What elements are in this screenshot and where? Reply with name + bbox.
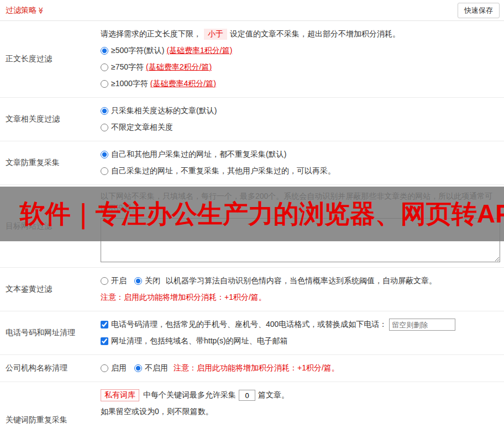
row-relevance-filter: 文章相关度过滤 只采集相关度达标的文章(默认) 不限定文章相关度 [0,98,504,141]
length-option-750-note: (基础费率2积分/篇) [146,62,212,72]
porn-option-off[interactable]: 关闭 [134,276,160,286]
relevance-filter-label: 文章相关度过滤 [0,98,101,141]
dedup-option-global-text: 自己和其他用户采集过的网址，都不重复采集(默认) [111,150,286,160]
phone-clean-checkbox[interactable] [101,321,108,328]
porn-filter-desc: 以机器学习算法自动识别色情内容，当色情概率达到系统阈值，自动屏蔽文章。 [166,276,437,286]
row-company-clean: 公司机构名称清理 启用 不启用 注意：启用此功能将增加积分消耗：+1积分/篇。 [0,355,504,382]
porn-filter-note: 注意：启用此功能将增加积分消耗：+1积分/篇。 [101,289,500,306]
keyword-dedup-label: 关键词防重复采集 [0,382,101,424]
less-than-badge: 小于 [204,29,227,40]
top-bar: 过滤策略≫ 快速保存 [0,0,504,21]
company-option-on[interactable]: 启用 [101,363,127,373]
porn-option-on-radio[interactable] [101,277,108,285]
relevance-option-strict-radio[interactable] [101,107,108,115]
phone-url-clean-label: 电话号码和网址清理 [0,311,101,354]
company-clean-note: 注意：启用此功能将增加积分消耗：+1积分/篇。 [174,363,339,373]
porn-option-on-text: 开启 [111,276,127,286]
keyword-dedup-line1-end: 篇文章。 [258,390,289,400]
length-option-500-text: ≥500字符(默认) [111,46,164,56]
length-option-750-text: ≥750字符 [111,62,144,72]
row-porn-filter: 文本鉴黄过滤 开启 关闭 以机器学习算法自动识别色情内容，当色情概率达到系统阈值… [0,268,504,311]
dedup-filter-label: 文章防重复采集 [0,141,101,184]
relevance-option-strict-text: 只采集相关度达标的文章(默认) [111,106,217,116]
url-clean-checkbox[interactable] [101,337,108,345]
url-clean-option[interactable]: 网址清理，包括纯域名、带http(s)的网址、电子邮箱 [101,333,500,349]
length-option-1000-note: (基础费率4积分/篇) [150,79,216,89]
relevance-option-any[interactable]: 不限定文章相关度 [101,119,500,136]
length-filter-intro: 请选择需求的正文长度下限， 小于 设定值的文章不采集，超出部分不增加积分消耗。 [101,26,500,43]
porn-filter-label: 文本鉴黄过滤 [0,268,101,311]
keyword-dedup-line1-mid: 中每个关键词最多允许采集 [143,390,236,400]
length-option-1000-text: ≥1000字符 [111,79,148,89]
company-option-on-text: 启用 [111,363,127,373]
row-dedup-filter: 文章防重复采集 自己和其他用户采集过的网址，都不重复采集(默认) 自己采集过的网… [0,141,504,185]
length-option-1000-radio[interactable] [101,80,108,88]
relevance-option-any-radio[interactable] [101,124,108,131]
row-phone-url-clean: 电话号码和网址清理 电话号码清理，包括常见的手机号、座机号、400电话格式，或替… [0,311,504,355]
dedup-option-global-radio[interactable] [101,151,108,158]
phone-clean-text: 电话号码清理，包括常见的手机号、座机号、400电话格式，或替换成如下电话： [111,320,387,330]
dedup-option-self-radio[interactable] [101,167,108,175]
dedup-option-self-text: 自己采集过的网址，不重复采集，其他用户采集过的，可以再采。 [111,166,335,176]
length-option-750-radio[interactable] [101,63,108,71]
keyword-dedup-line2: 如果留空或设为0，则不限篇数。 [101,404,500,420]
length-option-750[interactable]: ≥750字符 (基础费率2积分/篇) [101,59,500,76]
porn-option-off-text: 关闭 [145,276,160,286]
company-option-off-text: 不启用 [145,363,168,373]
keyword-count-input[interactable] [239,390,255,401]
phone-clean-option[interactable]: 电话号码清理，包括常见的手机号、座机号、400电话格式，或替换成如下电话： [101,316,500,333]
intro-pre: 请选择需求的正文长度下限， [101,29,201,39]
length-option-500[interactable]: ≥500字符(默认) (基础费率1积分/篇) [101,43,500,59]
length-filter-label: 正文长度过滤 [0,21,101,97]
dedup-option-self[interactable]: 自己采集过的网址，不重复采集，其他用户采集过的，可以再采。 [101,163,500,179]
watermark-overlay-banner: 软件｜专注办公生产力的浏览器、网页转AP [0,187,504,241]
relevance-option-strict[interactable]: 只采集相关度达标的文章(默认) [101,103,500,119]
intro-post: 设定值的文章不采集，超出部分不增加积分消耗。 [230,29,400,39]
dedup-option-global[interactable]: 自己和其他用户采集过的网址，都不重复采集(默认) [101,146,500,163]
company-option-on-radio[interactable] [101,364,108,372]
relevance-option-any-text: 不限定文章相关度 [111,123,173,132]
keyword-dedup-line3: 如果设为1-4篇，则增加积分消耗：+2积分/篇。 [101,420,500,424]
length-option-1000[interactable]: ≥1000字符 (基础费率4积分/篇) [101,76,500,92]
company-option-off-radio[interactable] [134,364,142,372]
porn-option-off-radio[interactable] [134,277,142,285]
keyword-dedup-line1: 私有词库 中每个关键词最多允许采集 篇文章。 [101,387,500,404]
porn-option-on[interactable]: 开启 [101,276,127,286]
company-option-off[interactable]: 不启用 [134,363,168,373]
url-clean-text: 网址清理，包括纯域名、带http(s)的网址、电子邮箱 [111,336,288,346]
company-clean-label: 公司机构名称清理 [0,355,101,381]
watermark-text: 软件｜专注办公生产力的浏览器、网页转AP [20,197,504,231]
quick-save-button[interactable]: 快速保存 [458,3,500,18]
row-keyword-dedup: 关键词防重复采集 私有词库 中每个关键词最多允许采集 篇文章。 如果留空或设为0… [0,382,504,424]
private-thesaurus-badge[interactable]: 私有词库 [101,389,139,401]
row-length-filter: 正文长度过滤 请选择需求的正文长度下限， 小于 设定值的文章不采集，超出部分不增… [0,21,504,98]
collapse-chevron-icon: ≫ [37,7,45,14]
phone-replace-input[interactable] [389,319,455,331]
page-title-text: 过滤策略 [6,6,36,14]
length-option-500-radio[interactable] [101,47,108,55]
length-option-500-note: (基础费率1积分/篇) [166,46,232,56]
page-title[interactable]: 过滤策略≫ [6,6,45,15]
